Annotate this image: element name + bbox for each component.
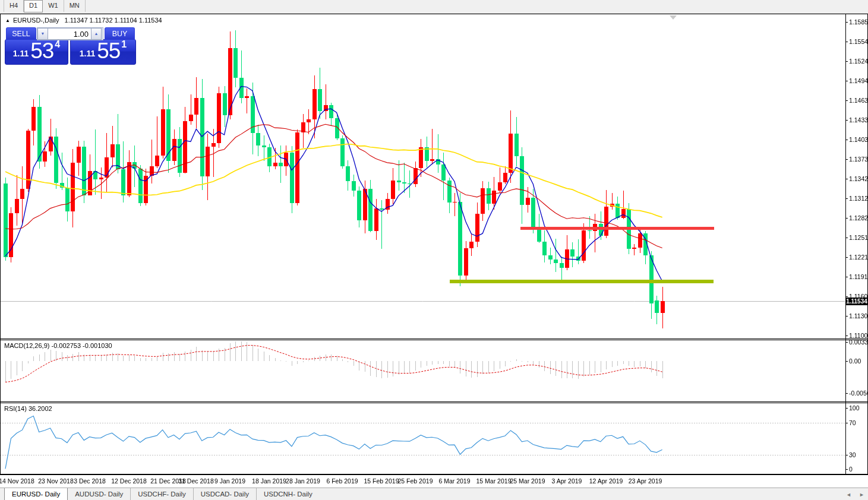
price-axis-label: 1.14030 (849, 136, 868, 143)
time-axis-label: 6 Mar 2019 (438, 477, 470, 485)
time-axis-label: 12 Apr 2019 (589, 477, 623, 485)
price-axis-label: 1.11910 (849, 273, 868, 280)
volume-control: ▼ ▲ (37, 27, 103, 40)
price-axis-label: 1.13425 (849, 175, 868, 182)
chart-tab-audusd[interactable]: AUDUSD- Daily (68, 488, 130, 500)
price-axis-label: 1.15245 (849, 58, 868, 65)
collapse-triangle-icon[interactable]: ▲ (5, 18, 10, 23)
chart-tab-eurusd[interactable]: EURUSD- Daily (4, 488, 68, 500)
chart-tab-usdchf[interactable]: USDCHF- Daily (130, 488, 193, 500)
rsi-axis-label: 100 (849, 404, 860, 412)
time-axis-label: 12 Dec 2018 (111, 477, 147, 485)
rsi-axis-label: 70 (849, 419, 856, 426)
current-price-tag: 1.11534 (845, 298, 868, 305)
time-axis-label: 23 Apr 2019 (629, 477, 662, 485)
time-axis-label: 15 Feb 2019 (364, 477, 399, 485)
price-axis-label: 1.11305 (849, 312, 868, 319)
chart-tab-usdcnh[interactable]: USDCNH- Daily (256, 488, 320, 500)
volume-increase-button[interactable]: ▲ (91, 28, 102, 40)
time-axis-label: 3 Dec 2018 (74, 477, 106, 485)
time-axis-label: 3 Apr 2019 (552, 477, 582, 485)
scroll-to-end-icon[interactable] (670, 15, 677, 20)
bid-big-digits: 53 (30, 39, 53, 63)
buy-price-button[interactable]: 1.11551 (70, 39, 136, 65)
tabs-scroll-left-icon[interactable]: ◄ (846, 492, 851, 498)
macd-indicator-label: MACD(12,26,9) -0.002753 -0.001030 (4, 342, 112, 349)
price-axis-label: 1.12515 (849, 234, 868, 241)
price-axis-label: 1.13730 (849, 156, 868, 163)
macd-axis-label: 0.00 (849, 357, 861, 365)
macd-axis-label: 0.003383 (849, 338, 868, 346)
ask-big-digits: 55 (97, 39, 120, 63)
macd-axis-label: -0.005663 (849, 390, 868, 397)
period-toolbar: H4D1W1MN (0, 0, 868, 14)
price-axis-label: 1.13120 (849, 195, 868, 202)
time-axis-label: 9 Jan 2019 (214, 477, 245, 485)
time-axis-label: 14 Nov 2018 (0, 477, 34, 485)
price-axis-label: 1.15850 (849, 18, 868, 26)
rsi-axis-label: 30 (849, 451, 856, 458)
price-axis-label: 1.15545 (849, 38, 868, 45)
period-tab-h4[interactable]: H4 (4, 0, 24, 12)
buy-button[interactable]: BUY (105, 27, 135, 40)
time-axis-label: 31 Dec 2018 (178, 477, 214, 485)
volume-input[interactable] (48, 28, 91, 40)
ask-prefix: 1.11 (80, 49, 95, 58)
ohlc-values: 1.11347 1.11732 1.11104 1.11534 (65, 17, 162, 24)
time-axis-label: 18 Jan 2019 (252, 477, 286, 485)
period-tab-d1[interactable]: D1 (24, 0, 43, 12)
chart-tabs-bar: EURUSD- DailyAUDUSD- DailyUSDCHF- DailyU… (0, 488, 868, 500)
one-click-trade-panel: 1.11534 1.11551 SELL BUY ▼ ▲ (5, 27, 136, 65)
time-axis-label: 28 Jan 2019 (286, 477, 320, 485)
price-axis-label: 1.12215 (849, 254, 868, 261)
sell-price-button[interactable]: 1.11534 (5, 39, 68, 65)
price-chart-canvas[interactable] (0, 0, 868, 500)
time-axis-label: 25 Mar 2019 (510, 477, 545, 485)
volume-decrease-button[interactable]: ▼ (37, 28, 48, 40)
price-axis-label: 1.14335 (849, 116, 868, 124)
rsi-axis-label: 0 (849, 466, 853, 473)
price-axis-label: 1.14635 (849, 97, 868, 104)
time-axis-label: 25 Feb 2019 (398, 477, 433, 485)
trading-terminal-window: H4D1W1MN ▲EURUSD-,Daily1.11347 1.11732 1… (0, 0, 868, 500)
bid-prefix: 1.11 (13, 49, 29, 58)
rsi-indicator-label: RSI(14) 36.2002 (4, 405, 52, 412)
ask-pipette: 1 (121, 39, 127, 50)
sell-button[interactable]: SELL (6, 27, 36, 40)
time-axis-label: 23 Nov 2018 (38, 477, 74, 485)
price-axis-label: 1.12820 (849, 214, 868, 221)
time-axis-label: 15 Mar 2019 (476, 477, 512, 485)
time-axis-label: 6 Feb 2019 (326, 477, 358, 485)
chart-tab-usdcad[interactable]: USDCAD- Daily (193, 488, 256, 500)
bid-pipette: 4 (55, 39, 60, 50)
period-tab-w1[interactable]: W1 (43, 0, 64, 12)
price-axis-label: 1.14940 (849, 77, 868, 84)
symbol-period-label: EURUSD-,Daily (13, 17, 59, 24)
chart-legend: ▲EURUSD-,Daily1.11347 1.11732 1.11104 1.… (5, 17, 162, 24)
tabs-scroll-right-icon[interactable]: ► (859, 492, 864, 498)
period-tab-mn[interactable]: MN (64, 0, 86, 12)
